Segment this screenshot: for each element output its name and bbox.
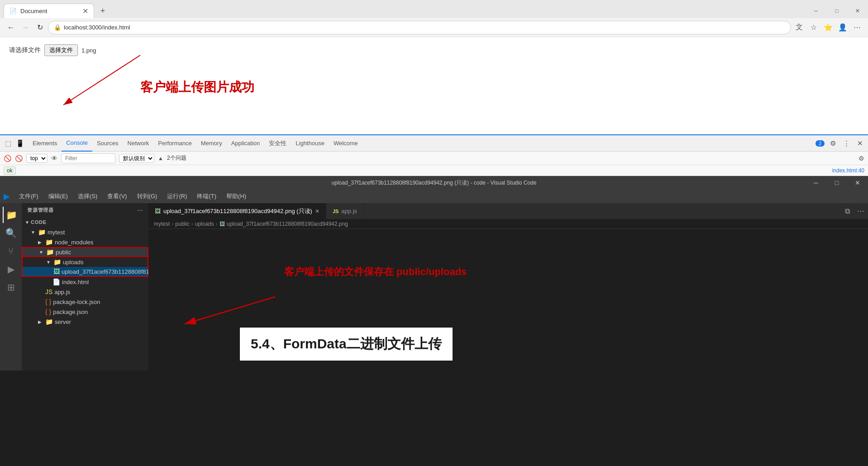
upload-file-label: upload_37f1acef673b1128808f8190acd94942.… [62,268,148,275]
tree-node-modules[interactable]: ▶ 📁 node_modules [22,237,148,247]
menu-terminal[interactable]: 终端(T) [192,191,221,201]
tree-server[interactable]: ▶ 📁 server [22,317,148,327]
vscode-minimize-btn[interactable]: ─ [806,176,826,190]
more-icon[interactable]: ⋯ [851,21,863,34]
tab-welcome[interactable]: Welcome [329,135,362,152]
browser-tab[interactable]: 📄 Document ✕ [4,4,94,18]
uploads-label: uploads [63,259,84,266]
device-icon[interactable]: 📱 [14,138,25,149]
folder-node-modules-icon: 📁 [45,238,53,246]
tab-lighthouse[interactable]: Lighthouse [291,135,329,152]
public-label: public [56,249,71,256]
menu-file[interactable]: 文件(F) [14,191,43,201]
activity-explorer-icon[interactable]: 📁 [3,207,19,223]
menu-goto[interactable]: 转到(G) [133,191,162,201]
svg-line-3 [185,297,275,324]
tab-security[interactable]: 安全性 [264,135,291,152]
explorer-sidebar: 资源管理器 ⋯ ▼ CODE ▼ 📁 mytest ▶ 📁 node_modul… [22,203,148,371]
console-settings-icon[interactable]: ⚙ [858,155,864,162]
tab-console[interactable]: Console [62,135,92,152]
bookmark-icon[interactable]: ⭐ [822,21,835,34]
editor-split-icon[interactable]: ⧉ [841,207,854,215]
menu-select[interactable]: 选择(S) [73,191,102,201]
maximize-button[interactable]: □ [826,4,847,18]
bottom-annotation-box: 5.4、FormData二进制文件上传 [239,327,453,361]
settings-icon[interactable]: ⚙ [827,138,838,149]
menu-help[interactable]: 帮助(H) [222,191,251,201]
close-devtools-icon[interactable]: ✕ [854,138,865,149]
eye-icon[interactable]: 👁 [51,155,57,162]
forward-button[interactable]: → [19,21,32,34]
vscode-close-btn[interactable]: ✕ [847,176,868,190]
editor-content: 客户端上传的文件保存在 public/uploads 5.4、FormData二… [148,229,868,371]
editor-breadcrumb: mytest › public › uploads › 🖼 upload_37f… [148,219,868,229]
tab-elements[interactable]: Elements [28,135,62,152]
explorer-title: 资源管理器 [27,207,54,214]
tree-code-arrow: ▼ [24,220,31,225]
inspect-icon[interactable]: ⬚ [3,138,14,149]
tab-application[interactable]: Application [227,135,265,152]
tree-code-root[interactable]: ▼ CODE [22,217,148,227]
address-bar[interactable]: 🔒 localhost:3000/index.html [48,21,791,34]
editor-tabs-bar: 🖼 upload_37f1acef673b1128808f8190acd9494… [148,203,868,219]
clear-icon[interactable]: 🚫 [15,155,23,162]
editor-tab-image[interactable]: 🖼 upload_37f1acef673b1128808f8190acd9494… [148,203,326,219]
activity-search-icon[interactable]: 🔍 [3,225,19,241]
activity-git-icon[interactable]: ⑂ [3,243,19,259]
tree-index-html[interactable]: 📄 index.html [22,277,148,287]
close-button[interactable]: ✕ [847,4,868,18]
vscode-title-text: upload_37f1acef673b1128808f8190acd94942.… [332,179,537,187]
vscode-maximize-btn[interactable]: □ [826,176,847,190]
tab-performance[interactable]: Performance [153,135,196,152]
tree-app-js[interactable]: JS app.js [22,287,148,297]
server-label: server [55,319,71,325]
tab-image-close[interactable]: ✕ [315,208,320,214]
stop-icon[interactable]: 🚫 [4,155,11,162]
choose-file-button[interactable]: 选择文件 [44,44,78,56]
editor-tab-appjs[interactable]: JS app.js [326,203,364,219]
tab-image-icon: 🖼 [155,208,161,214]
minimize-button[interactable]: ─ [806,4,826,18]
vscode-logo-icon: ▶ [4,191,10,201]
breadcrumb-sep-2: › [191,221,193,227]
more-devtools-icon[interactable]: ⋮ [841,138,852,149]
filter-input[interactable] [61,153,115,163]
level-selector[interactable]: 默认级别 [119,154,154,163]
vscode-titlebar: upload_37f1acef673b1128808f8190acd94942.… [0,176,868,190]
tab-network[interactable]: Network [123,135,154,152]
package-json-label: package.json [53,309,88,315]
tree-mytest[interactable]: ▼ 📁 mytest [22,227,148,237]
tree-uploads[interactable]: ▼ 📁 uploads [22,257,148,267]
tab-sources[interactable]: Sources [92,135,123,152]
editor-more-icon[interactable]: ⋯ [854,207,868,215]
devtools-badge: 2 [816,140,825,147]
top-selector[interactable]: top [26,154,48,163]
breadcrumb-sep-3: › [216,221,218,227]
favorites-icon[interactable]: ☆ [807,21,820,34]
explorer-more-icon[interactable]: ⋯ [137,207,143,214]
tree-package-lock[interactable]: { } package-lock.json [22,297,148,307]
arrow-annotation-1 [36,51,154,114]
file-name-display: 1.png [81,47,96,54]
activity-extensions-icon[interactable]: ⊞ [3,279,19,295]
reload-button[interactable]: ↻ [33,21,46,34]
back-button[interactable]: ← [5,21,17,34]
translate-icon[interactable]: 文 [793,21,806,34]
menu-edit[interactable]: 编辑(E) [44,191,72,201]
activity-debug-icon[interactable]: ▶ [3,261,19,277]
new-tab-button[interactable]: + [96,4,110,18]
tab-memory[interactable]: Memory [196,135,227,152]
tree-public[interactable]: ▼ 📁 public [22,247,148,257]
uploads-arrow: ▼ [46,260,53,265]
profile-icon[interactable]: 👤 [836,21,849,34]
menu-view[interactable]: 查看(V) [103,191,131,201]
tab-close-icon[interactable]: ✕ [82,7,88,15]
tree-upload-file[interactable]: 🖼 upload_37f1acef673b1128808f8190acd9494… [22,267,148,277]
tree-package-json[interactable]: { } package.json [22,307,148,317]
line-reference[interactable]: index.html:40 [832,167,864,174]
menu-run[interactable]: 运行(R) [162,191,191,201]
file-input-row: 请选择文件 选择文件 1.png [9,44,859,56]
vscode-window: upload_37f1acef673b1128808f8190acd94942.… [0,176,868,371]
svg-line-1 [63,55,140,105]
tab-image-label: upload_37f1acef673b1128808f8190acd94942.… [163,207,312,215]
